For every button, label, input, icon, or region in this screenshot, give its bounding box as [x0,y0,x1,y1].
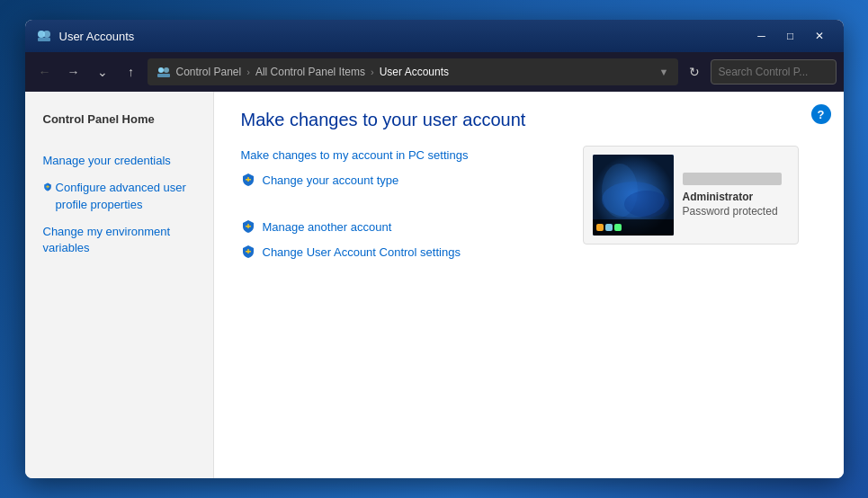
svg-rect-7 [47,185,48,188]
bc-item-3: User Accounts [380,66,449,78]
taskbar-icon-2 [605,224,613,231]
window-icon [36,28,52,44]
shield-icon-4 [241,245,255,259]
svg-point-1 [43,31,50,38]
breadcrumb-icon [157,65,171,79]
content-area: Control Panel Home Manage your credentia… [25,92,844,478]
maximize-button[interactable]: □ [777,25,804,47]
minimize-button[interactable]: ─ [748,25,775,47]
refresh-button[interactable]: ↻ [682,59,707,84]
title-bar: User Accounts ─ □ ✕ [25,20,844,52]
svg-point-17 [624,191,669,218]
action-uac-settings[interactable]: Change User Account Control settings [241,245,817,259]
sidebar: Control Panel Home Manage your credentia… [25,92,214,478]
search-box: 🔍 [711,59,837,84]
action-manage-another-label: Manage another account [263,220,392,234]
forward-button[interactable]: → [61,59,86,84]
user-name-blurred [683,173,782,185]
svg-rect-5 [157,74,170,77]
svg-rect-13 [247,249,249,253]
bc-item-1[interactable]: Control Panel [176,66,242,78]
user-card: Administrator Password protected [583,146,799,245]
breadcrumb-dropdown[interactable]: ▼ [659,67,669,77]
user-role: Administrator [683,191,789,203]
search-input[interactable] [719,66,844,78]
main-window: User Accounts ─ □ ✕ ← → ⌄ ↑ Control Pane… [25,20,844,478]
svg-rect-9 [247,177,249,182]
user-status: Password protected [683,205,789,218]
avatar [593,155,674,236]
close-button[interactable]: ✕ [806,25,833,47]
sidebar-item-advanced-label: Configure advanced user profile properti… [56,180,195,212]
svg-point-3 [158,67,164,73]
sidebar-item-home[interactable]: Control Panel Home [25,106,213,133]
svg-rect-2 [38,38,50,41]
action-uac-settings-label: Change User Account Control settings [263,245,461,259]
taskbar-icon-3 [614,224,622,231]
shield-icon-2 [241,173,255,187]
up-button[interactable]: ↑ [119,59,144,84]
action-change-account-type-label: Change your account type [263,173,399,187]
shield-icon-3 [241,219,255,234]
help-button[interactable]: ? [811,104,831,124]
main-panel: ? Make changes to your user account Make… [214,92,844,478]
dropdown-button[interactable]: ⌄ [90,59,115,84]
sidebar-item-credentials[interactable]: Manage your credentials [25,147,213,174]
shield-icon-1 [43,180,52,194]
taskbar-icon-1 [596,224,604,231]
page-title: Make changes to your user account [241,110,817,130]
window-title: User Accounts [59,30,748,43]
action-pc-settings-label: Make changes to my account in PC setting… [241,148,469,162]
sidebar-item-advanced-profile[interactable]: Configure advanced user profile properti… [25,174,213,218]
address-bar: ← → ⌄ ↑ Control Panel › All Control Pane… [25,52,844,92]
user-card-area: Administrator Password protected [583,146,799,245]
user-info: Administrator Password protected [683,173,789,218]
svg-point-4 [164,67,169,73]
avatar-taskbar [593,219,674,236]
bc-item-2[interactable]: All Control Panel Items [255,66,365,78]
window-controls: ─ □ ✕ [748,25,833,47]
back-button[interactable]: ← [32,59,58,84]
avatar-image [593,155,674,236]
breadcrumb: Control Panel › All Control Panel Items … [148,58,678,85]
sidebar-item-env-vars[interactable]: Change my environment variables [25,218,213,262]
svg-rect-11 [247,224,249,228]
